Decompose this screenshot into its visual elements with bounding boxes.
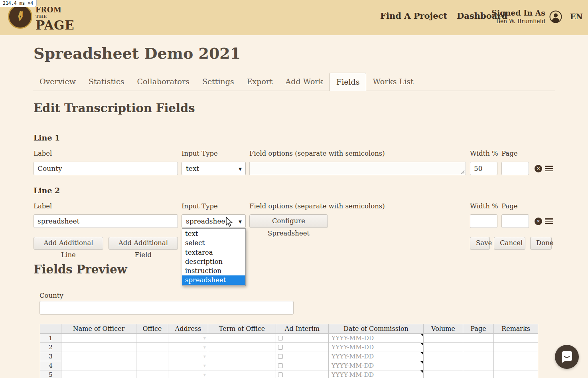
line1-label-input[interactable]: [34, 162, 178, 175]
ad-interim-checkbox[interactable]: [278, 345, 283, 350]
cell-volume[interactable]: [424, 361, 463, 370]
add-additional-field-button[interactable]: Add Additional Field: [109, 237, 178, 250]
cell-address[interactable]: ▼: [168, 334, 208, 343]
col-header-term-of-office: Term of Office: [208, 324, 276, 334]
cell-volume[interactable]: [424, 343, 463, 352]
done-button[interactable]: Done: [530, 237, 552, 250]
cell-remarks[interactable]: [494, 370, 538, 378]
cell-remarks[interactable]: [494, 343, 538, 352]
col-header-volume: Volume: [424, 324, 463, 334]
cell-date-of-commission[interactable]: YYYY-MM-DD: [329, 361, 424, 370]
tab-add-work[interactable]: Add Work: [279, 73, 330, 91]
cell-page[interactable]: [463, 370, 494, 378]
cell-address[interactable]: ▼: [168, 352, 208, 361]
line2-input-type-label: Input Type: [182, 202, 218, 210]
line1-page-input[interactable]: [501, 162, 529, 175]
cell-ad-interim[interactable]: [276, 361, 329, 370]
line1-width-input[interactable]: [470, 162, 497, 175]
tab-statistics[interactable]: Statistics: [82, 73, 131, 91]
line2-label-input[interactable]: [34, 214, 178, 228]
cell-term-of-office[interactable]: [208, 343, 276, 352]
cell-address[interactable]: ▼: [168, 343, 208, 352]
cell-term-of-office[interactable]: [208, 370, 276, 378]
tab-export[interactable]: Export: [241, 73, 279, 91]
cell-office[interactable]: [136, 352, 168, 361]
cancel-button[interactable]: Cancel: [494, 237, 525, 250]
line2-page-label: Page: [501, 202, 518, 210]
cell-term-of-office[interactable]: [208, 361, 276, 370]
dropdown-option-description[interactable]: description: [182, 257, 245, 266]
cell-name-of-officer[interactable]: [61, 361, 136, 370]
date-placeholder: YYYY-MM-DD: [329, 334, 374, 342]
col-header-office: Office: [136, 324, 168, 334]
line2-width-input[interactable]: [470, 214, 497, 228]
line1-options-textarea[interactable]: [249, 162, 466, 175]
ad-interim-checkbox[interactable]: [278, 354, 283, 359]
cell-date-of-commission[interactable]: YYYY-MM-DD: [329, 370, 424, 378]
cell-ad-interim[interactable]: [276, 352, 329, 361]
cell-volume[interactable]: [424, 352, 463, 361]
dropdown-option-text[interactable]: text: [182, 229, 245, 238]
cell-ad-interim[interactable]: [276, 343, 329, 352]
dropdown-option-spreadsheet[interactable]: spreadsheet: [182, 275, 245, 285]
line1-drag-handle-icon[interactable]: [545, 166, 553, 172]
add-additional-line-button[interactable]: Add Additional Line: [34, 237, 103, 250]
tab-fields[interactable]: Fields: [330, 73, 367, 91]
dropdown-option-select[interactable]: select: [182, 238, 245, 247]
user-avatar-icon[interactable]: [549, 10, 562, 23]
line2-input-type-select[interactable]: spreadsheet ▼: [182, 214, 246, 228]
cell-ad-interim[interactable]: [276, 370, 329, 378]
line1-options-label: Field options (separate with semicolons): [249, 150, 385, 157]
language-selector[interactable]: EN: [570, 12, 583, 21]
table-row: 3▼YYYY-MM-DD: [40, 352, 538, 361]
cell-name-of-officer[interactable]: [61, 334, 136, 343]
cell-remarks[interactable]: [494, 361, 538, 370]
dropdown-option-instruction[interactable]: instruction: [182, 266, 245, 275]
tab-overview[interactable]: Overview: [33, 73, 82, 91]
tab-collaborators[interactable]: Collaborators: [131, 73, 196, 91]
line1-remove-button[interactable]: ✕: [535, 165, 542, 172]
ad-interim-checkbox[interactable]: [278, 336, 283, 340]
cell-page[interactable]: [463, 334, 494, 343]
cell-office[interactable]: [136, 370, 168, 378]
cell-term-of-office[interactable]: [208, 334, 276, 343]
signed-in-block[interactable]: Signed In As Ben W. Brumfield: [491, 8, 545, 24]
fromthepage-logo[interactable]: ✒ FROM THE PAGE: [8, 4, 74, 32]
cell-name-of-officer[interactable]: [61, 352, 136, 361]
configure-spreadsheet-button[interactable]: Configure Spreadsheet: [249, 214, 328, 228]
cell-date-of-commission[interactable]: YYYY-MM-DD: [329, 352, 424, 361]
line2-remove-button[interactable]: ✕: [535, 218, 542, 225]
cell-office[interactable]: [136, 361, 168, 370]
row-number-cell: 2: [40, 343, 61, 352]
tab-settings[interactable]: Settings: [196, 73, 241, 91]
cell-page[interactable]: [463, 352, 494, 361]
line1-input-type-select[interactable]: text ▼: [182, 162, 246, 175]
cell-name-of-officer[interactable]: [61, 370, 136, 378]
ad-interim-checkbox[interactable]: [278, 372, 283, 377]
cell-date-of-commission[interactable]: YYYY-MM-DD: [329, 334, 424, 343]
save-button[interactable]: Save: [470, 237, 490, 250]
cell-address[interactable]: ▼: [168, 370, 208, 378]
line2-drag-handle-icon[interactable]: [545, 218, 553, 224]
cell-office[interactable]: [136, 343, 168, 352]
cell-page[interactable]: [463, 361, 494, 370]
dropdown-option-textarea[interactable]: textarea: [182, 248, 245, 257]
chat-widget-button[interactable]: [555, 345, 579, 369]
preview-county-input[interactable]: [39, 301, 294, 315]
cell-volume[interactable]: [424, 334, 463, 343]
line2-page-input[interactable]: [501, 214, 529, 228]
cell-office[interactable]: [136, 334, 168, 343]
ad-interim-checkbox[interactable]: [278, 363, 283, 368]
tab-works-list[interactable]: Works List: [366, 73, 420, 91]
cell-address[interactable]: ▼: [168, 361, 208, 370]
cell-name-of-officer[interactable]: [61, 343, 136, 352]
cell-term-of-office[interactable]: [208, 352, 276, 361]
cell-remarks[interactable]: [494, 352, 538, 361]
cell-ad-interim[interactable]: [276, 334, 329, 343]
nav-find-a-project[interactable]: Find A Project: [380, 11, 447, 21]
cell-volume[interactable]: [424, 370, 463, 378]
cell-remarks[interactable]: [494, 334, 538, 343]
cell-dropdown-arrow-icon: ▼: [203, 336, 206, 340]
cell-page[interactable]: [463, 343, 494, 352]
cell-date-of-commission[interactable]: YYYY-MM-DD: [329, 343, 424, 352]
